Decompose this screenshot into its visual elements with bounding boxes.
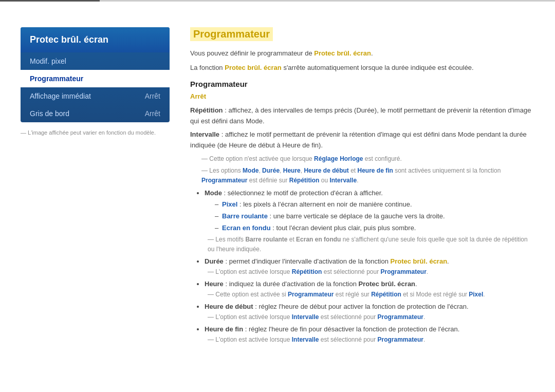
- sub-bullet-barre-roulante: Barre roulante : une barre verticale se …: [215, 211, 534, 222]
- intro-paragraph-2: La fonction Protec brûl. écran s'arrête …: [190, 63, 534, 73]
- bullet-duree: Durée : permet d'indiquer l'intervalle d…: [205, 256, 534, 277]
- sidebar-item-programmateur[interactable]: Programmateur: [21, 70, 170, 87]
- sidebar-note: — L'image affichée peut varier en foncti…: [21, 129, 170, 136]
- para-intervalle: Intervalle : affichez le motif permettan…: [190, 129, 534, 151]
- section-title-programmateur: Programmateur: [190, 80, 534, 88]
- content-body: Arrêt Répétition : affichez, à des inter…: [190, 91, 534, 345]
- status-line: Arrêt: [190, 91, 534, 102]
- main-bullet-list: Mode : sélectionnez le motif de protecti…: [205, 188, 534, 345]
- sidebar-item-affichage-immediat-label: Affichage immédiat: [30, 92, 91, 100]
- note-1: Cette option n'est activée que lorsque R…: [198, 154, 534, 164]
- note-3: Les motifs Barre roulante et Ecran en fo…: [205, 235, 534, 254]
- sidebar-item-gris-de-bord[interactable]: Gris de bord Arrêt: [21, 105, 170, 122]
- content-title: Programmateur: [190, 27, 273, 41]
- sidebar-item-affichage-immediat[interactable]: Affichage immédiat Arrêt: [21, 87, 170, 105]
- sidebar-menu: Protec brûl. écran Modif. pixel Programm…: [21, 27, 170, 122]
- bullet-mode: Mode : sélectionnez le motif de protecti…: [205, 188, 534, 255]
- sub-bullet-ecran-en-fondu: Ecran en fondu : tout l'écran devient pl…: [215, 223, 534, 234]
- sub-bullet-pixel: Pixel : les pixels à l'écran alternent e…: [215, 199, 534, 210]
- bullet-heure: Heure : indiquez la durée d'activation d…: [205, 279, 534, 300]
- sidebar-item-modif-pixel[interactable]: Modif. pixel: [21, 52, 170, 70]
- sidebar-item-gris-de-bord-label: Gris de bord: [30, 109, 69, 118]
- note-2: Les options Mode, Durée, Heure, Heure de…: [198, 166, 534, 185]
- sidebar-title: Protec brûl. écran: [21, 27, 170, 52]
- note-6: L'option est activée lorsque Intervalle …: [205, 312, 534, 322]
- note-7: L'option est activée lorsque Intervalle …: [205, 335, 534, 345]
- sub-bullet-list-mode: Pixel : les pixels à l'écran alternent e…: [215, 199, 534, 233]
- note-4: L'option est activée lorsque Répétition …: [205, 267, 534, 277]
- note-5: Cette option est activée si Programmateu…: [205, 290, 534, 300]
- sidebar: Protec brûl. écran Modif. pixel Programm…: [21, 27, 170, 348]
- sidebar-item-affichage-immediat-value: Arrêt: [145, 92, 160, 100]
- para-repetition: Répétition : affichez, à des intervalles…: [190, 105, 534, 127]
- intro-paragraph-1: Vous pouvez définir le programmateur de …: [190, 48, 534, 59]
- sidebar-item-gris-de-bord-value: Arrêt: [145, 109, 160, 118]
- content-area: Programmateur Vous pouvez définir le pro…: [190, 22, 534, 348]
- bullet-heure-de-debut: Heure de début : réglez l'heure de début…: [205, 302, 534, 322]
- bullet-heure-de-fin: Heure de fin : réglez l'heure de fin pou…: [205, 324, 534, 345]
